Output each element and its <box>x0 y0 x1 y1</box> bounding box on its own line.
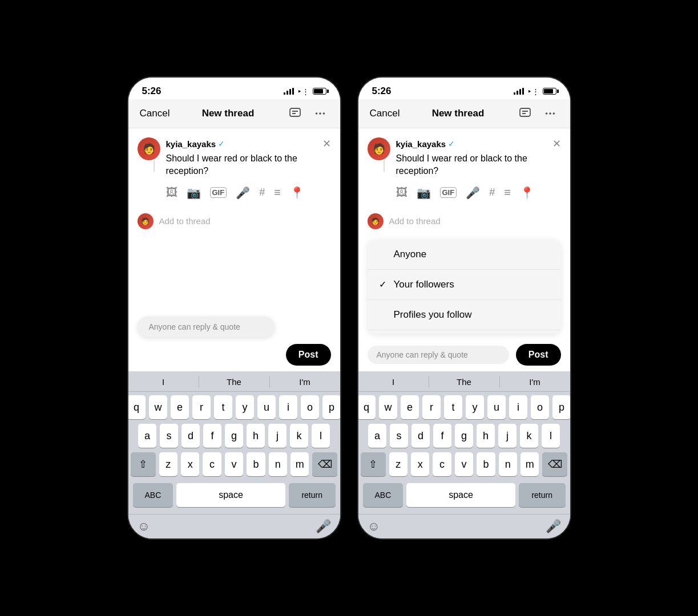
compose-text-2[interactable]: Should I wear red or black to the recept… <box>396 152 561 178</box>
add-thread-text-2[interactable]: Add to thread <box>389 216 441 226</box>
list-icon-2[interactable]: ≡ <box>504 186 511 199</box>
key-b-2[interactable]: b <box>477 452 495 476</box>
hashtag-icon-2[interactable]: # <box>489 187 495 198</box>
dropdown-profiles-2[interactable]: Profiles you follow <box>368 300 561 330</box>
suggestion-2-1[interactable]: I <box>358 376 429 388</box>
space-key-2[interactable]: space <box>406 483 515 507</box>
suggestion-2-2[interactable]: The <box>429 376 500 388</box>
key-v-2[interactable]: v <box>455 452 473 476</box>
key-p-1[interactable]: p <box>322 395 341 419</box>
key-d-2[interactable]: d <box>411 424 430 448</box>
draft-icon-1[interactable] <box>287 105 304 122</box>
key-n-1[interactable]: n <box>269 452 287 476</box>
location-icon-1[interactable]: 📍 <box>290 186 304 200</box>
key-a-1[interactable]: a <box>138 424 156 448</box>
close-button-1[interactable]: ✕ <box>322 137 331 150</box>
image-icon-1[interactable]: 🖼 <box>166 186 177 199</box>
image-icon-2[interactable]: 🖼 <box>396 186 407 199</box>
gif-icon-2[interactable]: GIF <box>440 187 457 198</box>
close-button-2[interactable]: ✕ <box>552 137 561 150</box>
key-o-2[interactable]: o <box>531 395 549 419</box>
key-t-1[interactable]: t <box>214 395 232 419</box>
reply-popup-1[interactable]: Anyone can reply & quote <box>138 317 275 337</box>
suggestion-2-3[interactable]: I'm <box>500 376 570 388</box>
key-q-1[interactable]: q <box>127 395 146 419</box>
key-s-1[interactable]: s <box>160 424 178 448</box>
key-q-2[interactable]: q <box>357 395 376 419</box>
key-r-1[interactable]: r <box>192 395 211 419</box>
key-n-2[interactable]: n <box>499 452 517 476</box>
key-m-1[interactable]: m <box>291 452 309 476</box>
mic-accessory-icon-2[interactable]: 🎤 <box>546 519 561 534</box>
key-v-1[interactable]: v <box>225 452 243 476</box>
return-key-1[interactable]: return <box>289 483 336 507</box>
post-button-2[interactable]: Post <box>516 344 561 366</box>
key-w-1[interactable]: w <box>149 395 167 419</box>
reply-permissions-2[interactable]: Anyone can reply & quote <box>368 346 509 364</box>
audience-dropdown-2[interactable]: Anyone ✓ Your followers Profiles you fol… <box>368 240 561 334</box>
key-e-2[interactable]: e <box>401 395 419 419</box>
key-w-2[interactable]: w <box>379 395 397 419</box>
abc-key-2[interactable]: ABC <box>363 483 404 507</box>
key-i-2[interactable]: i <box>509 395 527 419</box>
key-c-1[interactable]: c <box>203 452 221 476</box>
key-r-2[interactable]: r <box>422 395 441 419</box>
cancel-button-1[interactable]: Cancel <box>140 108 170 119</box>
key-x-2[interactable]: x <box>411 452 429 476</box>
add-thread-text-1[interactable]: Add to thread <box>159 216 211 226</box>
hashtag-icon-1[interactable]: # <box>259 187 265 198</box>
camera-icon-2[interactable]: 📷 <box>417 186 431 200</box>
key-t-2[interactable]: t <box>444 395 462 419</box>
abc-key-1[interactable]: ABC <box>133 483 174 507</box>
shift-key-1[interactable]: ⇧ <box>131 452 156 476</box>
key-u-1[interactable]: u <box>257 395 276 419</box>
key-s-2[interactable]: s <box>390 424 408 448</box>
delete-key-1[interactable]: ⌫ <box>312 452 337 476</box>
key-k-2[interactable]: k <box>520 424 538 448</box>
key-l-1[interactable]: l <box>312 424 330 448</box>
key-p-2[interactable]: p <box>552 395 571 419</box>
mic-accessory-icon-1[interactable]: 🎤 <box>316 519 331 534</box>
delete-key-2[interactable]: ⌫ <box>542 452 567 476</box>
key-x-1[interactable]: x <box>181 452 199 476</box>
key-z-2[interactable]: z <box>389 452 407 476</box>
key-i-1[interactable]: i <box>279 395 297 419</box>
more-icon-2[interactable] <box>542 105 559 122</box>
location-icon-2[interactable]: 📍 <box>520 186 534 200</box>
key-y-2[interactable]: y <box>466 395 484 419</box>
shift-key-2[interactable]: ⇧ <box>361 452 386 476</box>
emoji-icon-2[interactable]: ☺ <box>368 519 380 534</box>
dropdown-mentioned-2[interactable]: Mentioned only <box>368 330 561 334</box>
key-a-2[interactable]: a <box>368 424 386 448</box>
key-o-1[interactable]: o <box>301 395 319 419</box>
key-e-1[interactable]: e <box>171 395 189 419</box>
more-icon-1[interactable] <box>312 105 329 122</box>
key-j-2[interactable]: j <box>498 424 517 448</box>
cancel-button-2[interactable]: Cancel <box>370 108 400 119</box>
key-l-2[interactable]: l <box>542 424 560 448</box>
key-d-1[interactable]: d <box>181 424 200 448</box>
key-f-1[interactable]: f <box>203 424 221 448</box>
space-key-1[interactable]: space <box>176 483 285 507</box>
key-g-2[interactable]: g <box>455 424 473 448</box>
mic-icon-1[interactable]: 🎤 <box>236 186 250 200</box>
key-z-1[interactable]: z <box>159 452 177 476</box>
dropdown-anyone-2[interactable]: Anyone <box>368 240 561 270</box>
key-b-1[interactable]: b <box>247 452 265 476</box>
suggestion-1-1[interactable]: I <box>128 376 199 388</box>
key-g-1[interactable]: g <box>225 424 243 448</box>
draft-icon-2[interactable] <box>517 105 534 122</box>
key-h-1[interactable]: h <box>247 424 265 448</box>
compose-text-1[interactable]: Should I wear red or black to the recept… <box>166 152 331 178</box>
suggestion-1-2[interactable]: The <box>199 376 270 388</box>
list-icon-1[interactable]: ≡ <box>274 186 281 199</box>
post-button-1[interactable]: Post <box>286 344 331 366</box>
key-j-1[interactable]: j <box>268 424 287 448</box>
suggestion-1-3[interactable]: I'm <box>270 376 340 388</box>
key-f-2[interactable]: f <box>433 424 451 448</box>
key-c-2[interactable]: c <box>433 452 451 476</box>
dropdown-followers-2[interactable]: ✓ Your followers <box>368 270 561 300</box>
key-m-2[interactable]: m <box>521 452 539 476</box>
mic-icon-2[interactable]: 🎤 <box>466 186 480 200</box>
gif-icon-1[interactable]: GIF <box>210 187 227 198</box>
